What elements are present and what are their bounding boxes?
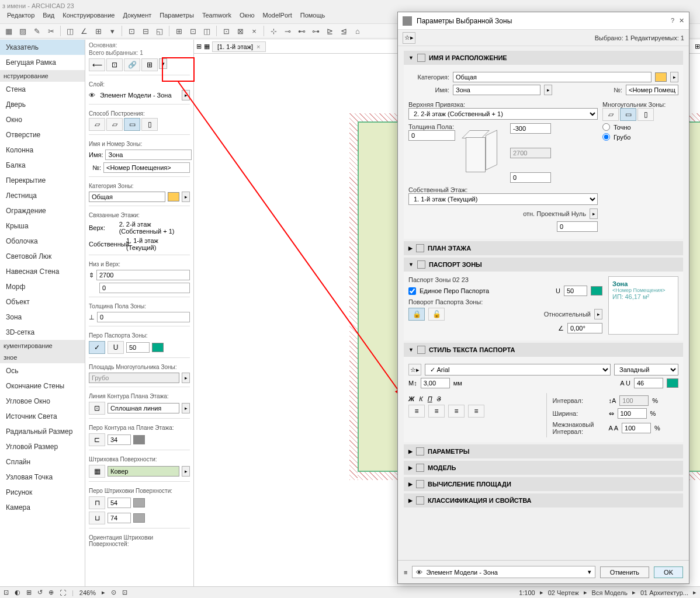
toolbox-item[interactable]: Колонна — [0, 142, 85, 158]
toolbox-item[interactable]: Радиальный Размер — [0, 424, 85, 439]
poly-rough-radio[interactable] — [602, 133, 610, 141]
dropdown-icon[interactable]: ▸ — [594, 309, 602, 319]
zone-number-input[interactable] — [626, 85, 678, 95]
tool-icon[interactable]: ⊶ — [309, 25, 322, 37]
toolbox-item[interactable]: Отверстие — [0, 127, 85, 142]
layer-combo-value[interactable]: 01 Архитектур... — [640, 589, 688, 596]
section-floorplan[interactable]: ▶ПЛАН ЭТАЖА — [404, 241, 683, 255]
bottom-offset-input[interactable] — [510, 172, 551, 183]
pen-color[interactable] — [591, 286, 602, 295]
toolbox-item[interactable]: Перекрытие — [0, 173, 85, 188]
strike-button[interactable]: З — [437, 395, 441, 402]
zone-name-input[interactable] — [453, 85, 540, 95]
tool-icon[interactable]: ✂ — [44, 25, 57, 37]
section-class[interactable]: ▶КЛАССИФИКАЦИЯ И СВОЙСТВА — [404, 493, 683, 507]
floorthick-input[interactable] — [97, 312, 190, 322]
tab-icon[interactable]: ▦ — [204, 43, 210, 50]
view-tab[interactable]: [1. 1-й этаж] × — [212, 41, 266, 52]
line-icon[interactable]: ⊡ — [89, 402, 105, 415]
toolbox-item[interactable]: Зона — [0, 310, 85, 325]
toolbox-item[interactable]: Указатель — [0, 40, 85, 55]
toolbox-item[interactable]: Дверь — [0, 97, 85, 112]
menu-item[interactable]: ModelPort — [263, 12, 292, 23]
tool-icon[interactable]: ⊴ — [337, 25, 350, 37]
selection-icon[interactable]: ⊡ — [106, 58, 123, 71]
toolbox-item[interactable]: Рисунок — [0, 485, 85, 500]
dropdown-icon[interactable]: ▸ — [670, 72, 678, 82]
fill-pen2-input[interactable] — [108, 513, 131, 523]
section-textstyle[interactable]: ▼СТИЛЬ ТЕКСТА ПАСПОРТА — [404, 343, 683, 357]
zone-number-input[interactable] — [103, 162, 190, 173]
toolbox-item[interactable]: 3D-сетка — [0, 325, 85, 340]
pen-color[interactable] — [133, 513, 145, 523]
favorite-icon[interactable]: ☆▸ — [408, 364, 421, 376]
toplink-select[interactable]: 2. 2-й этаж (Собственный + 1) — [408, 108, 598, 120]
toolbox-section[interactable]: кументирование — [0, 340, 85, 352]
poly-method-icon[interactable]: ▱ — [602, 108, 619, 121]
toolbox-item[interactable]: Угловое Окно — [0, 394, 85, 409]
close-icon[interactable]: × — [257, 43, 260, 50]
toolbox-section[interactable]: зное — [0, 352, 85, 363]
stamp-pen-input[interactable] — [564, 286, 587, 296]
dropdown-icon[interactable]: ▸ — [182, 90, 190, 100]
text-pen-input[interactable] — [634, 378, 663, 388]
kerning-input[interactable] — [622, 423, 651, 433]
toolbox-item[interactable]: Источник Света — [0, 409, 85, 424]
method-icon[interactable]: ▱ — [106, 118, 123, 131]
height-bottom-input[interactable] — [99, 283, 190, 293]
dropdown-icon[interactable]: ▸ — [544, 85, 552, 95]
status-icon[interactable]: ⊡ — [4, 589, 9, 596]
toolbox-item[interactable]: Стена — [0, 82, 85, 97]
section-stamp[interactable]: ▼ПАСПОРТ ЗОНЫ — [404, 258, 683, 272]
bold-button[interactable]: Ж — [408, 395, 414, 402]
menu-item[interactable]: Помощь — [300, 12, 325, 23]
toolbox-item[interactable]: Камера — [0, 500, 85, 515]
status-icon[interactable]: ⊞ — [26, 589, 32, 596]
tool-icon[interactable]: ∠ — [78, 25, 91, 37]
tool-icon[interactable]: ⊹ — [267, 25, 280, 37]
tool-icon[interactable]: ⊞ — [92, 25, 105, 37]
status-icon[interactable]: ⊡ — [122, 589, 127, 596]
tool-icon[interactable]: ⊠ — [234, 25, 247, 37]
stamp-pen-input[interactable] — [126, 342, 150, 353]
tool-icon[interactable]: ✎ — [30, 25, 43, 37]
dropdown-icon[interactable]: ▸ — [182, 403, 190, 413]
font-select[interactable]: ✓ Arial — [425, 364, 611, 376]
toolbox-item[interactable]: Объект — [0, 294, 85, 310]
fill-pen1-input[interactable] — [108, 498, 131, 508]
category-select[interactable]: Общая — [453, 72, 652, 82]
menu-item[interactable]: Редактор — [7, 12, 34, 23]
dropdown-icon[interactable]: ▸ — [590, 208, 598, 219]
menu-item[interactable]: Окно — [240, 12, 255, 23]
close-icon[interactable]: ✕ — [679, 17, 684, 25]
floorthick-input[interactable] — [408, 130, 455, 141]
status-icon[interactable]: ⊙ — [111, 589, 116, 596]
tool-icon[interactable]: ⊡ — [125, 25, 138, 37]
pen-icon[interactable]: ⊓ — [89, 496, 105, 509]
align-justify-icon[interactable]: ≡ — [468, 405, 484, 418]
section-model[interactable]: ▶МОДЕЛЬ — [404, 461, 683, 475]
help-icon[interactable]: ? — [671, 17, 674, 25]
tool-icon[interactable]: ◱ — [153, 25, 166, 37]
pen-color[interactable] — [667, 378, 678, 388]
align-left-icon[interactable]: ≡ — [408, 405, 425, 418]
poly-exact-radio[interactable] — [602, 123, 610, 131]
fill-value[interactable]: Ковер — [108, 466, 179, 477]
menu-item[interactable]: Документ — [123, 12, 151, 23]
method-icon[interactable]: ▭ — [124, 118, 140, 131]
category-value[interactable]: Общая — [89, 192, 165, 202]
zoom-dropdown-icon[interactable]: ▸ — [102, 589, 105, 596]
pen-color[interactable] — [133, 435, 145, 444]
height-top-input[interactable] — [96, 270, 190, 280]
toolbox-item[interactable]: Ось — [0, 363, 85, 378]
pen-icon[interactable]: ⊏ — [89, 433, 105, 446]
poly-method-icon[interactable]: ▭ — [620, 108, 636, 121]
tool-icon[interactable]: ◫ — [200, 25, 213, 37]
toolbox-item[interactable]: Окно — [0, 112, 85, 127]
tool-icon[interactable]: ◫ — [64, 25, 77, 37]
toolbox-item[interactable]: Крыша — [0, 218, 85, 234]
tool-icon[interactable]: ⊡ — [186, 25, 199, 37]
toolbox-item[interactable]: Ограждение — [0, 203, 85, 218]
linked-own-value[interactable]: 1. 1-й этаж (Текущий) — [126, 237, 190, 251]
toolbox-item[interactable]: Сплайн — [0, 454, 85, 470]
